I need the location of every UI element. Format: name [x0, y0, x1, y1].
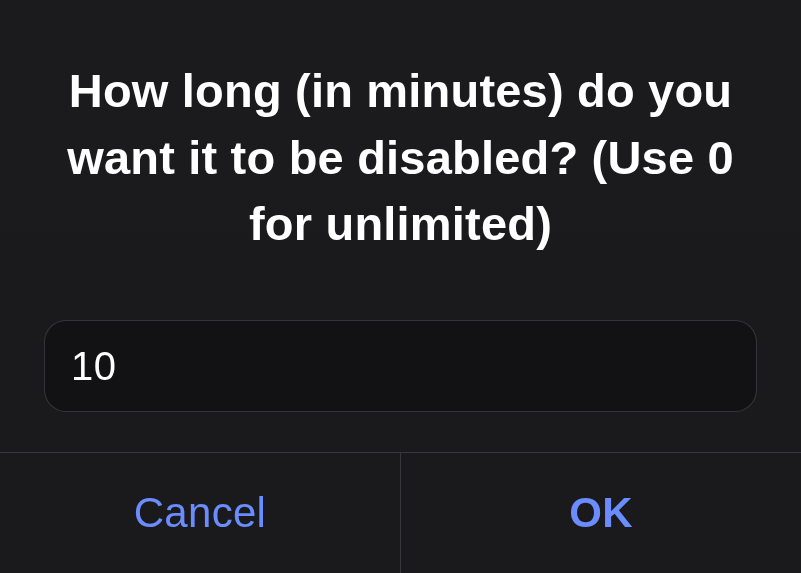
dialog-button-row: Cancel OK	[0, 452, 801, 573]
cancel-button[interactable]: Cancel	[0, 453, 401, 573]
dialog-title: How long (in minutes) do you want it to …	[40, 58, 761, 258]
prompt-dialog: How long (in minutes) do you want it to …	[0, 0, 801, 573]
duration-input[interactable]	[44, 320, 757, 412]
dialog-body: How long (in minutes) do you want it to …	[0, 0, 801, 452]
input-container	[40, 320, 761, 412]
ok-button[interactable]: OK	[401, 453, 801, 573]
